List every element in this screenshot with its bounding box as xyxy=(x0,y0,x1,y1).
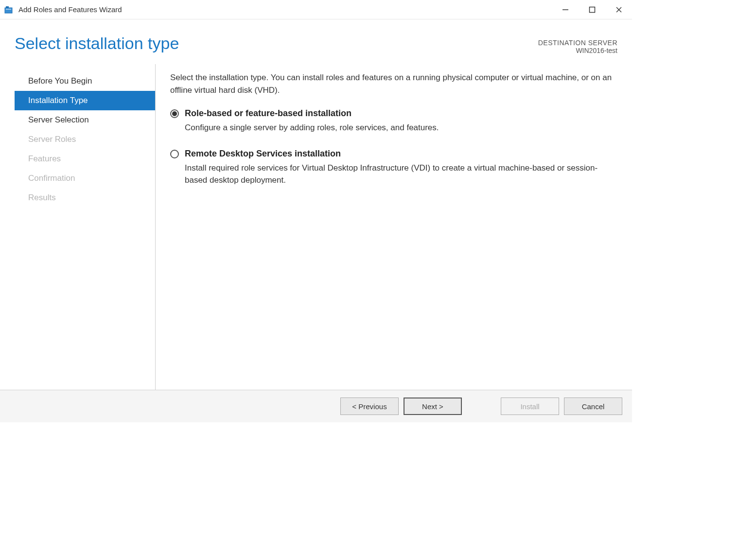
titlebar: Add Roles and Features Wizard xyxy=(0,0,632,19)
maximize-button[interactable] xyxy=(579,0,605,19)
sidebar-item-server-roles: Server Roles xyxy=(15,130,155,149)
option-role-based-label: Role-based or feature-based installation xyxy=(185,108,352,119)
app-icon xyxy=(4,5,14,15)
option-remote-desktop[interactable]: Remote Desktop Services installation Ins… xyxy=(170,149,617,187)
option-role-based-description: Configure a single server by adding role… xyxy=(185,121,617,134)
next-button[interactable]: Next > xyxy=(404,398,462,415)
option-role-based[interactable]: Role-based or feature-based installation… xyxy=(170,108,617,134)
previous-button[interactable]: < Previous xyxy=(340,398,399,415)
svg-rect-1 xyxy=(6,6,9,8)
page-title: Select installation type xyxy=(15,34,179,53)
option-remote-desktop-description: Install required role services for Virtu… xyxy=(185,162,617,187)
cancel-button[interactable]: Cancel xyxy=(564,398,622,415)
radio-selected-icon[interactable] xyxy=(170,109,179,118)
sidebar-item-results: Results xyxy=(15,188,155,207)
minimize-button[interactable] xyxy=(552,0,579,19)
sidebar-item-confirmation: Confirmation xyxy=(15,169,155,188)
option-remote-desktop-label: Remote Desktop Services installation xyxy=(185,149,341,159)
destination-server-name: WIN2016-test xyxy=(538,47,617,54)
intro-text: Select the installation type. You can in… xyxy=(170,71,617,96)
wizard-steps-sidebar: Before You Begin Installation Type Serve… xyxy=(15,64,156,390)
main-panel: Select the installation type. You can in… xyxy=(170,64,617,390)
window-title: Add Roles and Features Wizard xyxy=(18,5,552,14)
sidebar-item-features: Features xyxy=(15,149,155,169)
svg-rect-2 xyxy=(6,9,11,10)
sidebar-item-before-you-begin[interactable]: Before You Begin xyxy=(15,71,155,91)
destination-label: DESTINATION SERVER xyxy=(538,39,617,47)
header: Select installation type DESTINATION SER… xyxy=(0,19,632,59)
svg-rect-0 xyxy=(5,8,12,13)
destination-info: DESTINATION SERVER WIN2016-test xyxy=(538,39,617,54)
close-button[interactable] xyxy=(605,0,632,19)
install-button: Install xyxy=(501,398,559,415)
sidebar-item-server-selection[interactable]: Server Selection xyxy=(15,110,155,130)
content-area: Before You Begin Installation Type Serve… xyxy=(0,59,632,390)
window-controls xyxy=(552,0,632,19)
sidebar-item-installation-type[interactable]: Installation Type xyxy=(15,91,155,110)
svg-rect-4 xyxy=(589,7,595,12)
radio-unselected-icon[interactable] xyxy=(170,150,179,158)
wizard-window: Add Roles and Features Wizard Select ins… xyxy=(0,0,632,422)
footer: < Previous Next > Install Cancel xyxy=(0,390,632,422)
